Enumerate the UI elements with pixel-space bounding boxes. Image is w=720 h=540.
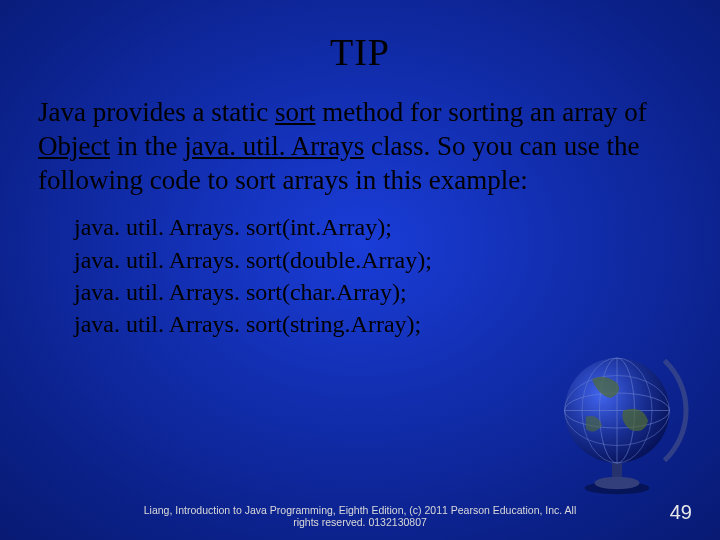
svg-point-6 xyxy=(600,358,635,463)
code-line: java. util. Arrays. sort(char.Array); xyxy=(74,276,720,308)
underline-sort: sort xyxy=(275,97,316,127)
svg-point-3 xyxy=(565,358,670,463)
slide-footer: Liang, Introduction to Java Programming,… xyxy=(0,504,720,528)
code-line: java. util. Arrays. sort(double.Array); xyxy=(74,244,720,276)
svg-point-0 xyxy=(585,482,650,495)
text-fragment: Java provides a static xyxy=(38,97,275,127)
text-fragment: method for sorting an array of xyxy=(315,97,646,127)
svg-point-4 xyxy=(565,393,670,428)
page-number: 49 xyxy=(670,501,692,524)
globe-icon xyxy=(542,348,692,498)
underline-object: Object xyxy=(38,131,110,161)
svg-point-2 xyxy=(595,477,640,490)
svg-point-5 xyxy=(565,376,670,446)
code-block: java. util. Arrays. sort(int.Array); jav… xyxy=(0,197,720,341)
svg-point-7 xyxy=(582,358,652,463)
slide-body: Java provides a static sort method for s… xyxy=(0,74,720,197)
slide-title: TIP xyxy=(0,0,720,74)
text-fragment: in the xyxy=(110,131,184,161)
code-line: java. util. Arrays. sort(string.Array); xyxy=(74,308,720,340)
svg-rect-1 xyxy=(612,463,622,481)
code-line: java. util. Arrays. sort(int.Array); xyxy=(74,211,720,243)
footer-line: Liang, Introduction to Java Programming,… xyxy=(144,504,577,516)
underline-java-util-arrays: java. util. Arrays xyxy=(184,131,364,161)
footer-line: rights reserved. 0132130807 xyxy=(293,516,427,528)
